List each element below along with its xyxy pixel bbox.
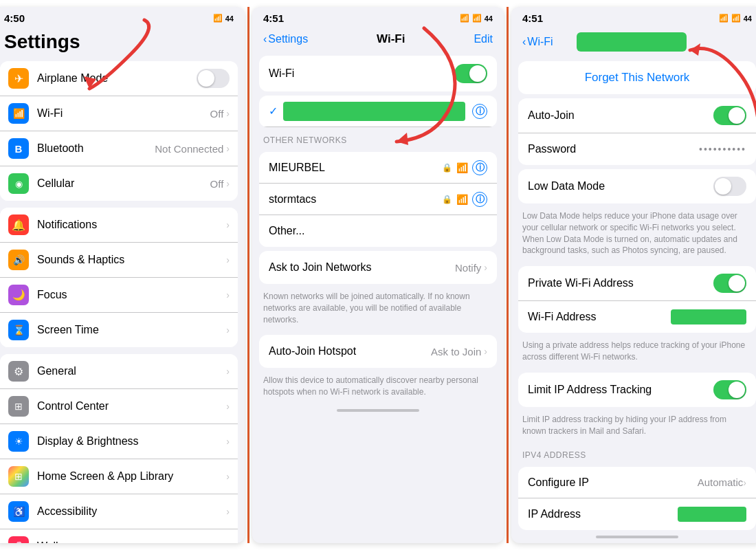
wifi-chevron: › xyxy=(226,108,230,119)
ask-join-item[interactable]: Ask to Join Networks Notify › xyxy=(259,251,497,284)
homescreen-icon: ⊞ xyxy=(8,466,29,487)
cellular-icon: ◉ xyxy=(8,173,29,194)
controlcenter-label: Control Center xyxy=(37,400,226,412)
general-item[interactable]: ⚙ General › xyxy=(0,354,238,389)
edit-button[interactable]: Edit xyxy=(474,33,493,45)
wallpaper-icon: 🌸 xyxy=(8,536,29,543)
notifications-icon: 🔔 xyxy=(8,214,29,235)
wifi-address-label: Wi-Fi Address xyxy=(528,311,671,323)
auto-join-label: Auto-Join Hotspot xyxy=(269,345,431,358)
low-data-knob xyxy=(715,178,731,195)
display-item[interactable]: ☀ Display & Brightness › xyxy=(0,424,238,459)
private-wifi-label: Private Wi-Fi Address xyxy=(528,277,713,289)
svg-marker-2 xyxy=(690,43,700,56)
general-chevron: › xyxy=(226,366,230,377)
low-data-note: Low Data Mode helps reduce your iPhone d… xyxy=(511,208,756,262)
configure-ip-item[interactable]: Configure IP Automatic › xyxy=(518,467,756,498)
network-other[interactable]: Other... xyxy=(259,215,497,247)
screentime-chevron: › xyxy=(226,324,230,336)
auto-join-section: Auto-Join Hotspot Ask to Join › xyxy=(259,335,497,368)
mieurbel-info[interactable]: ⓘ xyxy=(472,160,487,175)
limit-ip-toggle[interactable] xyxy=(713,380,746,399)
notifications-chevron: › xyxy=(226,219,230,230)
notifications-label: Notifications xyxy=(37,219,226,231)
homescreen-chevron: › xyxy=(226,471,230,482)
lock-icon-1: 🔒 xyxy=(442,163,452,173)
auto-join-item[interactable]: Auto-Join Hotspot Ask to Join › xyxy=(259,335,497,368)
screentime-label: Screen Time xyxy=(37,324,226,336)
wifi-label: Wi-Fi xyxy=(37,107,210,120)
private-wifi-knob xyxy=(729,275,745,292)
settings-group2: 🔔 Notifications › 🔊 Sounds & Haptics › 🌙… xyxy=(0,208,238,347)
controlcenter-icon: ⊞ xyxy=(8,396,29,417)
stormtacs-info[interactable]: ⓘ xyxy=(472,192,487,207)
signal-2: 📶 xyxy=(456,194,468,205)
general-label: General xyxy=(37,365,226,377)
bluetooth-item[interactable]: B Bluetooth Not Connected › xyxy=(0,131,238,166)
wifi-item[interactable]: 📶 Wi-Fi Off › xyxy=(0,96,238,131)
time-3: 4:51 xyxy=(522,12,543,24)
settings-group3: ⚙ General › ⊞ Control Center › ☀ Display… xyxy=(0,354,238,543)
connected-network-info[interactable]: ⓘ xyxy=(472,104,487,119)
focus-chevron: › xyxy=(226,289,230,300)
focus-label: Focus xyxy=(37,289,226,301)
controlcenter-item[interactable]: ⊞ Control Center › xyxy=(0,389,238,424)
bluetooth-label: Bluetooth xyxy=(37,142,155,155)
ask-join-value: Notify xyxy=(455,262,481,274)
screen2-wifi: 4:51 📶 📶 44 ‹ Settings Wi-Fi Edit Wi-Fi xyxy=(252,7,504,543)
airplane-mode-toggle[interactable] xyxy=(197,69,230,88)
screentime-item[interactable]: ⌛ Screen Time › xyxy=(0,313,238,347)
wallpaper-item[interactable]: 🌸 Wallpaper › xyxy=(0,529,238,543)
bluetooth-chevron: › xyxy=(226,143,230,154)
private-wifi-toggle[interactable] xyxy=(713,274,746,293)
arrow-1 xyxy=(34,13,172,96)
ip-address-label: IP Address xyxy=(528,508,678,520)
divider-1 xyxy=(247,7,249,543)
cellular-item[interactable]: ◉ Cellular Off › xyxy=(0,166,238,201)
auto-join-note: Allow this device to automatically disco… xyxy=(252,372,504,404)
ipv4-section: Configure IP Automatic › IP Address xyxy=(518,467,756,530)
limit-ip-knob xyxy=(729,382,745,398)
network-stormtacs[interactable]: stormtacs 🔒 📶 ⓘ xyxy=(259,184,497,215)
low-data-item[interactable]: Low Data Mode xyxy=(518,169,756,204)
homescreen-item[interactable]: ⊞ Home Screen & App Library › xyxy=(0,459,238,494)
ask-join-chevron: › xyxy=(484,262,487,273)
accessibility-item[interactable]: ♿ Accessibility › xyxy=(0,494,238,529)
controlcenter-chevron: › xyxy=(226,401,230,412)
notifications-item[interactable]: 🔔 Notifications › xyxy=(0,208,238,243)
accessibility-chevron: › xyxy=(226,506,230,517)
mieurbel-name: MIEURBEL xyxy=(269,162,442,174)
wifi-value: Off xyxy=(210,108,224,120)
home-indicator-3 xyxy=(596,536,678,538)
ip-address-bar xyxy=(678,507,746,522)
accessibility-label: Accessibility xyxy=(37,505,226,518)
screen3-detail: 4:51 📶 📶 44 ‹ Wi-Fi Forget This Network xyxy=(511,7,756,543)
bluetooth-value: Not Connected xyxy=(155,143,223,155)
cellular-chevron: › xyxy=(226,178,230,189)
limit-ip-note: Limit IP address tracking by hiding your… xyxy=(511,411,756,443)
back-button-3[interactable]: ‹ Wi-Fi xyxy=(522,36,553,48)
wallpaper-chevron: › xyxy=(226,541,230,543)
low-data-toggle[interactable] xyxy=(713,177,746,196)
wifi-toggle-knob xyxy=(469,65,486,82)
limit-ip-item[interactable]: Limit IP Address Tracking xyxy=(518,373,756,407)
mieurbel-icons: 🔒 📶 ⓘ xyxy=(442,160,487,175)
toggle-knob xyxy=(198,70,214,87)
configure-ip-value: Automatic xyxy=(698,476,744,488)
sounds-item[interactable]: 🔊 Sounds & Haptics › xyxy=(0,243,238,278)
configure-ip-chevron: › xyxy=(743,477,746,488)
sounds-icon: 🔊 xyxy=(8,250,29,270)
focus-item[interactable]: 🌙 Focus › xyxy=(0,278,238,313)
private-wifi-item[interactable]: Private Wi-Fi Address xyxy=(518,266,756,301)
stormtacs-name: stormtacs xyxy=(269,193,442,206)
ask-join-section: Ask to Join Networks Notify › xyxy=(259,251,497,284)
signal-1: 📶 xyxy=(456,162,468,173)
stormtacs-icons: 🔒 📶 ⓘ xyxy=(442,192,487,207)
ask-join-note: Known networks will be joined automatica… xyxy=(252,288,504,331)
general-icon: ⚙ xyxy=(8,361,29,382)
other-name: Other... xyxy=(269,225,487,237)
privacy-section: Private Wi-Fi Address Wi-Fi Address xyxy=(518,266,756,333)
svg-marker-1 xyxy=(397,133,408,145)
accessibility-icon: ♿ xyxy=(8,501,29,522)
status-icons-1: 📶 44 xyxy=(213,14,234,23)
